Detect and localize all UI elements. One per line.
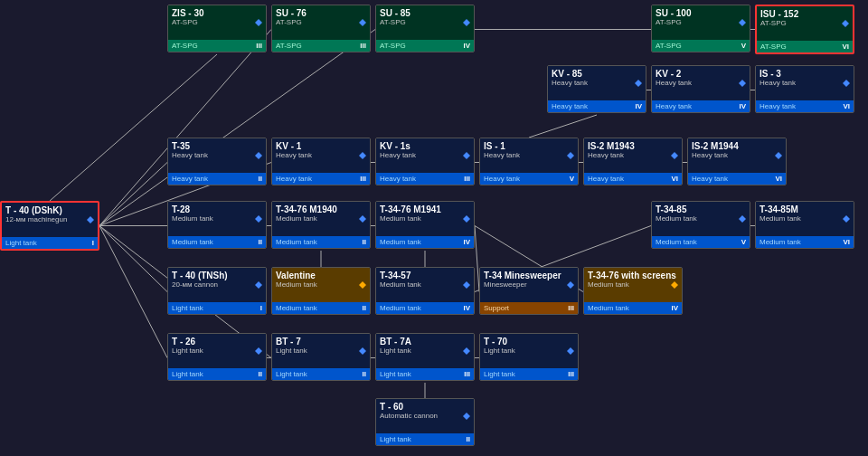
card-tier-is1: V xyxy=(570,175,574,183)
card-bottom-label-t3476screens: Medium tank xyxy=(588,304,629,312)
connection-t40dshk-t40tnsh xyxy=(99,226,167,292)
connection-t40dshk-su76 xyxy=(99,30,271,226)
tank-card-is3[interactable]: IS - 3 Heavy tank Heavy tank VI xyxy=(755,65,854,113)
tank-card-su100[interactable]: SU - 100 AT-SPG AT-SPG V xyxy=(651,5,750,52)
card-name-is3: IS - 3 xyxy=(760,69,850,79)
card-bottom-label-t3476m1940: Medium tank xyxy=(276,238,317,246)
card-subtype-su100: AT-SPG xyxy=(656,18,746,26)
tank-card-valentine[interactable]: Valentine Medium tank Medium tank II xyxy=(271,267,371,315)
card-bottom-label-su76: AT-SPG xyxy=(276,42,302,50)
card-tier-t3476m1941: IV xyxy=(463,238,470,246)
tank-card-t3476m1941[interactable]: T-34-76 M1941 Medium tank Medium tank IV xyxy=(375,201,475,249)
tank-card-kv1[interactable]: KV - 1 Heavy tank Heavy tank III xyxy=(271,138,371,185)
card-name-t40tnsh: T - 40 (TNSh) xyxy=(172,271,262,280)
card-bottom-label-su100: AT-SPG xyxy=(656,42,682,50)
tank-card-kv85[interactable]: KV - 85 Heavy tank Heavy tank IV xyxy=(547,65,646,113)
card-subtype-isu152: AT-SPG xyxy=(760,19,849,27)
card-tier-bt7: II xyxy=(363,370,366,378)
card-name-isu152: ISU - 152 xyxy=(760,9,849,19)
tank-card-t35[interactable]: T-35 Heavy tank Heavy tank II xyxy=(167,138,267,185)
card-bottom-label-t3485m: Medium tank xyxy=(760,238,801,246)
tank-card-t70[interactable]: T - 70 Light tank Light tank III xyxy=(479,333,579,381)
connection-t40dshk-su85 xyxy=(99,30,375,226)
card-subtype-kv1: Heavy tank xyxy=(276,151,366,159)
connection-t40dshk-t35 xyxy=(99,163,167,226)
card-subtype-t3485m: Medium tank xyxy=(760,214,850,223)
card-tier-is2m1944: VI xyxy=(775,175,782,183)
tank-card-zis30[interactable]: ZIS - 30 AT-SPG AT-SPG III xyxy=(167,5,267,52)
card-bottom-label-t40dshk: Light tank xyxy=(5,239,37,247)
tank-card-bt7a[interactable]: BT - 7A Light tank Light tank III xyxy=(375,333,475,381)
card-bottom-label-is3: Heavy tank xyxy=(760,102,796,110)
card-bottom-label-t34mine: Support xyxy=(484,304,509,312)
tank-card-kv2[interactable]: KV - 2 Heavy tank Heavy tank IV xyxy=(651,65,750,113)
tank-card-t40tnsh[interactable]: T - 40 (TNSh) 20-мм cannon Light tank I xyxy=(167,267,267,315)
card-subtype-is3: Heavy tank xyxy=(760,79,850,87)
tank-card-isu152[interactable]: ISU - 152 AT-SPG AT-SPG VI xyxy=(755,5,854,54)
tank-card-t28[interactable]: T-28 Medium tank Medium tank II xyxy=(167,201,267,249)
card-name-su100: SU - 100 xyxy=(656,8,746,18)
card-bottom-label-t3457: Medium tank xyxy=(380,304,421,312)
card-name-t28: T-28 xyxy=(172,204,262,214)
tank-card-is2m1944[interactable]: IS-2 M1944 Heavy tank Heavy tank VI xyxy=(687,138,787,185)
tank-card-t3485[interactable]: T-34-85 Medium tank Medium tank V xyxy=(651,201,750,249)
tank-card-t3476m1940[interactable]: T-34-76 M1940 Medium tank Medium tank II xyxy=(271,201,371,249)
tank-card-t40dshk[interactable]: T - 40 (DShK) 12-мм machinegun Light tan… xyxy=(0,201,99,251)
card-bottom-label-kv1: Heavy tank xyxy=(276,175,312,183)
card-tier-valentine: II xyxy=(363,304,366,312)
card-subtype-t70: Light tank xyxy=(484,347,574,355)
tank-card-is1[interactable]: IS - 1 Heavy tank Heavy tank V xyxy=(479,138,579,185)
card-name-bt7: BT - 7 xyxy=(276,337,366,347)
card-name-is2m1943: IS-2 M1943 xyxy=(588,141,678,151)
card-subtype-bt7: Light tank xyxy=(276,347,366,355)
tank-card-su85[interactable]: SU - 85 AT-SPG AT-SPG IV xyxy=(375,5,475,52)
card-bottom-label-valentine: Medium tank xyxy=(276,304,317,312)
card-tier-su76: III xyxy=(360,42,366,50)
tank-card-t34mine[interactable]: T-34 Minesweeper Minesweeper Support III xyxy=(479,267,579,315)
card-tier-kv1s: III xyxy=(464,175,470,183)
tank-card-t3485m[interactable]: T-34-85M Medium tank Medium tank VI xyxy=(755,201,854,249)
card-tier-t3485: V xyxy=(741,238,746,246)
card-tier-t3457: IV xyxy=(463,304,470,312)
card-tier-t3476m1940: II xyxy=(363,238,366,246)
card-name-is2m1944: IS-2 M1944 xyxy=(692,141,782,151)
card-name-kv1: KV - 1 xyxy=(276,141,366,151)
card-bottom-label-bt7a: Light tank xyxy=(380,370,411,378)
card-tier-t26: II xyxy=(259,370,262,378)
card-tier-isu152: VI xyxy=(842,43,849,51)
card-bottom-label-t40tnsh: Light tank xyxy=(172,304,203,312)
card-bottom-label-is2m1944: Heavy tank xyxy=(692,175,728,183)
tank-card-su76[interactable]: SU - 76 AT-SPG AT-SPG III xyxy=(271,5,371,52)
card-subtype-is2m1943: Heavy tank xyxy=(588,151,678,159)
card-tier-t3485m: VI xyxy=(843,238,850,246)
card-bottom-label-bt7: Light tank xyxy=(276,370,307,378)
tank-card-bt7[interactable]: BT - 7 Light tank Light tank II xyxy=(271,333,371,381)
card-subtype-t26: Light tank xyxy=(172,347,262,355)
card-tier-t28: II xyxy=(259,238,262,246)
tank-card-t3457[interactable]: T-34-57 Medium tank Medium tank IV xyxy=(375,267,475,315)
card-subtype-su85: AT-SPG xyxy=(380,18,470,26)
card-subtype-valentine: Medium tank xyxy=(276,280,366,289)
card-name-t60: T - 60 xyxy=(380,402,470,412)
tank-card-kv1s[interactable]: KV - 1s Heavy tank Heavy tank III xyxy=(375,138,475,185)
tank-card-is2m1943[interactable]: IS-2 M1943 Heavy tank Heavy tank VI xyxy=(583,138,683,185)
card-tier-t60: II xyxy=(467,435,470,443)
card-subtype-kv1s: Heavy tank xyxy=(380,151,470,159)
card-subtype-t3476m1941: Medium tank xyxy=(380,214,470,223)
tank-card-t3476screens[interactable]: T-34-76 with screens Medium tank Medium … xyxy=(583,267,683,315)
card-subtype-t60: Automatic cannon xyxy=(380,412,470,420)
card-subtype-t40tnsh: 20-мм cannon xyxy=(172,280,262,289)
card-name-t35: T-35 xyxy=(172,141,262,151)
card-subtype-bt7a: Light tank xyxy=(380,347,470,355)
card-tier-t35: II xyxy=(259,175,262,183)
tank-card-t60[interactable]: T - 60 Automatic cannon Light tank II xyxy=(375,398,475,446)
card-tier-t3476screens: IV xyxy=(671,304,678,312)
card-name-t3485m: T-34-85M xyxy=(760,204,850,214)
card-subtype-t3457: Medium tank xyxy=(380,280,470,289)
tech-tree: T - 40 (DShK) 12-мм machinegun Light tan… xyxy=(0,0,868,456)
card-subtype-t34mine: Minesweeper xyxy=(484,280,574,289)
tank-card-t26[interactable]: T - 26 Light tank Light tank II xyxy=(167,333,267,381)
card-bottom-label-t35: Heavy tank xyxy=(172,175,208,183)
card-tier-bt7a: III xyxy=(464,370,470,378)
card-name-kv2: KV - 2 xyxy=(656,69,746,79)
